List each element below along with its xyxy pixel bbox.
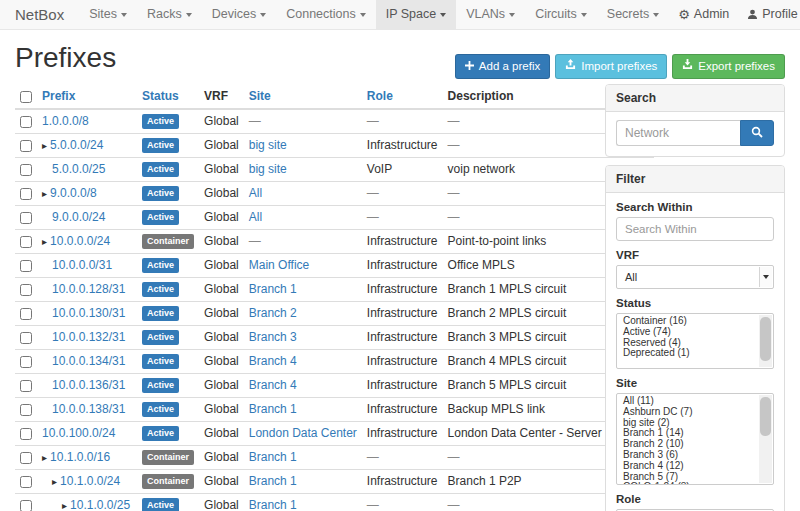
row-checkbox[interactable] [20, 476, 32, 488]
site-link[interactable]: Branch 4 [249, 378, 297, 392]
vrf-select-arrow[interactable] [759, 267, 772, 287]
status-scrollbar-thumb[interactable] [760, 317, 771, 361]
site-scrollbar[interactable] [759, 395, 772, 483]
prefix-link[interactable]: 10.1.0.0/24 [60, 474, 120, 488]
prefix-link[interactable]: 10.0.0.138/31 [52, 402, 125, 416]
prefix-link[interactable]: 5.0.0.0/24 [50, 138, 103, 152]
nav-item-connections[interactable]: Connections [276, 0, 376, 29]
prefix-link[interactable]: 10.0.0.134/31 [52, 354, 125, 368]
site-link[interactable]: All [249, 210, 262, 224]
row-checkbox[interactable] [20, 500, 32, 511]
chevron-down-icon [360, 13, 366, 17]
vrf-label: VRF [616, 249, 774, 261]
site-link[interactable]: Branch 1 [249, 474, 297, 488]
user-menu-profile[interactable]: Profile [738, 0, 800, 29]
site-link[interactable]: Branch 1 [249, 282, 297, 296]
nav-item-vlans[interactable]: VLANs [456, 0, 525, 29]
row-checkbox[interactable] [20, 140, 32, 152]
nav-item-secrets[interactable]: Secrets [597, 0, 669, 29]
column-sort-role[interactable]: Role [367, 89, 393, 103]
site-link[interactable]: Branch 2 [249, 306, 297, 320]
prefix-link[interactable]: 10.0.0.0/24 [50, 234, 110, 248]
role-value: Infrastructure [367, 474, 438, 488]
column-sort-prefix[interactable]: Prefix [42, 89, 75, 103]
nav-item-racks[interactable]: Racks [137, 0, 202, 29]
nav-item-ip-space[interactable]: IP Space [376, 0, 457, 29]
prefix-link[interactable]: 10.1.0.0/25 [70, 498, 130, 511]
site-link[interactable]: big site [249, 138, 287, 152]
site-link[interactable]: Branch 1 [249, 450, 297, 464]
row-checkbox[interactable] [20, 332, 32, 344]
row-checkbox[interactable] [20, 284, 32, 296]
table-row: ▸5.0.0.0/24ActiveGlobalbig siteInfrastru… [15, 134, 654, 158]
export-prefixes-button[interactable]: Export prefixes [672, 54, 785, 79]
table-row: 10.0.0.132/31ActiveGlobalBranch 3Infrast… [15, 326, 654, 350]
role-value: Infrastructure [367, 402, 438, 416]
nav-item-sites[interactable]: Sites [79, 0, 137, 29]
netbox-brand[interactable]: NetBox [0, 0, 79, 29]
status-option[interactable]: Deprecated (1) [617, 348, 773, 359]
chevron-down-icon [440, 13, 446, 17]
prefix-link[interactable]: 1.0.0.0/8 [42, 114, 89, 128]
user-menu-admin[interactable]: ⚙Admin [669, 0, 738, 29]
site-option[interactable]: Ashburn DC (7) [617, 407, 773, 418]
row-checkbox[interactable] [20, 428, 32, 440]
row-checkbox[interactable] [20, 452, 32, 464]
column-sort-site[interactable]: Site [249, 89, 271, 103]
import-prefixes-button[interactable]: Import prefixes [555, 54, 667, 79]
search-input[interactable] [616, 120, 740, 146]
row-checkbox[interactable] [20, 188, 32, 200]
row-checkbox[interactable] [20, 308, 32, 320]
row-checkbox[interactable] [20, 404, 32, 416]
role-value: Infrastructure [367, 282, 438, 296]
nav-item-devices[interactable]: Devices [202, 0, 276, 29]
row-checkbox[interactable] [20, 236, 32, 248]
prefix-link[interactable]: 10.0.0.136/31 [52, 378, 125, 392]
column-sort-status[interactable]: Status [142, 89, 179, 103]
row-checkbox[interactable] [20, 212, 32, 224]
row-checkbox[interactable] [20, 380, 32, 392]
site-link[interactable]: London Data Center [249, 426, 357, 440]
site-link[interactable]: big site [249, 162, 287, 176]
search-within-input[interactable] [616, 217, 774, 241]
site-link[interactable]: Branch 1 [249, 402, 297, 416]
search-button[interactable] [740, 120, 774, 146]
status-option[interactable]: Active (74) [617, 327, 773, 338]
add-a-prefix-button[interactable]: Add a prefix [455, 54, 550, 79]
description-value: Branch 4 MPLS circuit [448, 354, 567, 368]
site-link[interactable]: Branch 1 [249, 498, 297, 511]
vrf-select[interactable]: All [616, 265, 774, 289]
select-all-checkbox[interactable] [20, 91, 32, 103]
status-badge: Active [142, 210, 179, 225]
site-link[interactable]: All [249, 186, 262, 200]
prefix-link[interactable]: 5.0.0.0/25 [52, 162, 105, 176]
status-scrollbar[interactable] [759, 315, 772, 367]
button-label: Import prefixes [581, 60, 657, 74]
status-badge: Active [142, 114, 179, 129]
prefix-link[interactable]: 9.0.0.0/8 [50, 186, 97, 200]
site-link[interactable]: Branch 3 [249, 330, 297, 344]
site-option[interactable]: COLO-1-24 (3) [617, 482, 773, 484]
prefix-link[interactable]: 10.0.0.128/31 [52, 282, 125, 296]
prefix-link[interactable]: 9.0.0.0/24 [52, 210, 105, 224]
site-link[interactable]: Main Office [249, 258, 309, 272]
nav-item-label: IP Space [386, 0, 437, 29]
status-listbox[interactable]: Container (16)Active (74)Reserved (4)Dep… [616, 313, 774, 369]
row-checkbox[interactable] [20, 116, 32, 128]
row-checkbox[interactable] [20, 260, 32, 272]
prefix-link[interactable]: 10.0.0.132/31 [52, 330, 125, 344]
prefix-link[interactable]: 10.0.100.0/24 [42, 426, 115, 440]
nav-item-label: Secrets [607, 0, 649, 29]
description-empty: — [448, 450, 460, 464]
prefix-link[interactable]: 10.1.0.0/16 [50, 450, 110, 464]
prefix-link[interactable]: 10.0.0.130/31 [52, 306, 125, 320]
nav-item-circuits[interactable]: Circuits [525, 0, 597, 29]
row-checkbox[interactable] [20, 356, 32, 368]
site-option[interactable]: Branch 4 (12) [617, 461, 773, 472]
site-link[interactable]: Branch 4 [249, 354, 297, 368]
prefix-link[interactable]: 10.0.0.0/31 [52, 258, 112, 272]
site-listbox[interactable]: All (11)Ashburn DC (7)big site (2)Branch… [616, 393, 774, 485]
description-empty: — [448, 138, 460, 152]
site-scrollbar-thumb[interactable] [760, 397, 771, 436]
row-checkbox[interactable] [20, 164, 32, 176]
